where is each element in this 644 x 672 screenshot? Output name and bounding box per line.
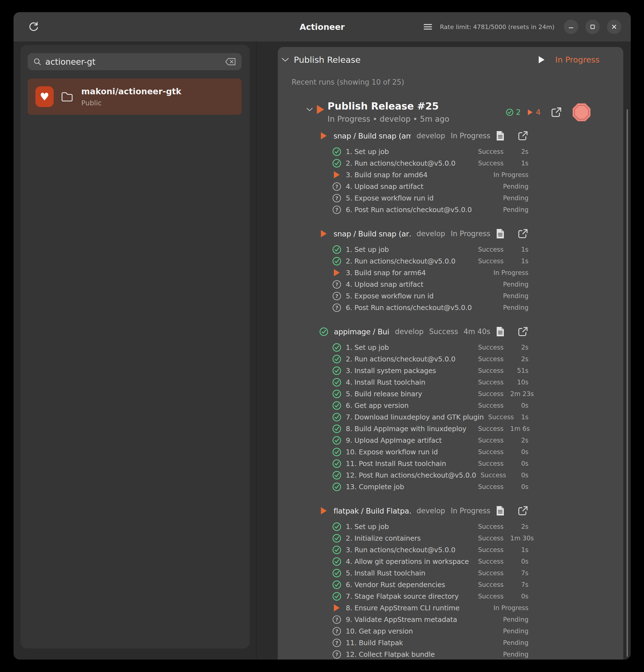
step-name: 10. Expose workflow run id xyxy=(346,448,438,456)
minimize-icon xyxy=(568,24,574,29)
in-progress-count-badge: 4 xyxy=(527,108,540,117)
open-run-external-button[interactable] xyxy=(550,107,562,118)
step-row: ? 4. Upload snap artifact Pending xyxy=(319,278,528,290)
step-status: Pending xyxy=(503,304,528,311)
step-row: 3. Build snap for arm64 In Progress xyxy=(319,267,528,278)
check-circle-icon xyxy=(332,545,341,554)
play-icon xyxy=(319,506,328,515)
check-circle-icon xyxy=(332,355,341,364)
workflow-header[interactable]: Publish Release In Progress xyxy=(278,53,623,66)
step-status: Success xyxy=(478,448,503,455)
step-row: 2. Run actions/checkout@v5.0.0 Success 1… xyxy=(319,255,528,267)
job-header[interactable]: snap / Build snap (ar… develop In Progre… xyxy=(319,227,528,240)
external-link-icon[interactable] xyxy=(518,130,528,141)
step-name: 4. Upload snap artifact xyxy=(346,280,423,288)
chevron-down-icon[interactable] xyxy=(281,57,289,62)
close-button[interactable] xyxy=(607,20,621,34)
step-status: Success xyxy=(478,483,503,490)
chevron-down-icon[interactable] xyxy=(306,107,313,112)
step-row: 1. Set up job Success 1s xyxy=(319,244,528,255)
log-file-icon[interactable] xyxy=(496,228,505,239)
search-input[interactable] xyxy=(45,57,221,67)
step-name: 2. Run actions/checkout@v5.0.0 xyxy=(346,159,455,167)
job-header[interactable]: snap / Build snap (am… develop In Progre… xyxy=(319,129,528,142)
run-workflow-button[interactable] xyxy=(538,55,545,64)
menu-button[interactable] xyxy=(423,23,433,31)
run-row[interactable]: Publish Release #25 In Progress • develo… xyxy=(306,101,592,124)
check-circle-icon xyxy=(332,580,341,589)
job-section: snap / Build snap (am… develop In Progre… xyxy=(319,129,528,215)
step-name: 3. Install system packages xyxy=(346,367,436,375)
step-row: ? 4. Upload snap artifact Pending xyxy=(319,181,528,192)
clear-search-button[interactable] xyxy=(225,58,236,66)
step-status: In Progress xyxy=(493,269,528,276)
step-name: 11. Post Install Rust toolchain xyxy=(346,460,446,468)
favorite-heart-icon[interactable]: ♥ xyxy=(35,86,53,107)
check-circle-icon xyxy=(332,159,341,168)
job-steps: 1. Set up job Success 2s 2. Run actions/… xyxy=(319,146,528,215)
step-status: Pending xyxy=(503,616,528,623)
maximize-button[interactable] xyxy=(585,20,600,34)
workflow-card: Publish Release In Progress Recent runs … xyxy=(278,47,623,660)
step-row: 9. Upload AppImage artifact Success 2s xyxy=(319,434,528,446)
folder-icon xyxy=(61,91,74,102)
step-status: Success xyxy=(478,437,503,444)
step-duration: 1m 30s xyxy=(510,535,528,542)
log-file-icon[interactable] xyxy=(496,326,505,337)
cancel-run-button[interactable] xyxy=(572,102,592,122)
step-name: 3. Build snap for arm64 xyxy=(346,269,426,277)
app-window: Actioneer Rate limit: 4781/5000 (resets … xyxy=(14,12,631,660)
log-file-icon[interactable] xyxy=(496,505,505,516)
play-icon xyxy=(315,104,325,115)
external-link-icon[interactable] xyxy=(518,228,528,239)
job-status: In Progress xyxy=(451,229,490,238)
step-name: 9. Validate AppStream metadata xyxy=(346,615,457,624)
external-link-icon[interactable] xyxy=(518,326,528,337)
step-status: Success xyxy=(481,471,506,479)
job-title: snap / Build snap (ar… xyxy=(333,229,411,238)
job-section: flatpak / Build Flatpa… develop In Progr… xyxy=(319,504,528,660)
step-name: 6. Get app version xyxy=(346,401,409,410)
step-name: 2. Run actions/checkout@v5.0.0 xyxy=(346,257,455,265)
step-name: 11. Build Flatpak xyxy=(346,639,403,647)
external-link-icon[interactable] xyxy=(518,505,528,516)
job-header[interactable]: appimage / Build… develop Success 4m 40s xyxy=(319,325,528,338)
refresh-button[interactable] xyxy=(26,19,41,35)
step-status: Success xyxy=(478,355,503,362)
check-circle-icon xyxy=(332,482,341,491)
step-status: Success xyxy=(478,367,503,374)
step-name: 1. Set up job xyxy=(346,523,389,531)
step-name: 2. Initialize containers xyxy=(346,534,421,542)
run-title: Publish Release #25 xyxy=(328,101,449,112)
repo-list-item[interactable]: ♥ makoni/actioneer-gtk Public xyxy=(28,79,242,115)
step-duration: 2m 23s xyxy=(510,390,528,397)
minimize-button[interactable] xyxy=(564,20,578,34)
step-status: Success xyxy=(478,257,503,265)
vertical-scrollbar[interactable] xyxy=(627,109,628,657)
job-steps: 1. Set up job Success 2s 2. Initialize c… xyxy=(319,521,528,660)
svg-text:?: ? xyxy=(335,304,338,310)
step-status: In Progress xyxy=(493,604,528,611)
run-subtitle: In Progress • develop • 5m ago xyxy=(328,115,449,124)
job-section: appimage / Build… develop Success 4m 40s… xyxy=(319,325,528,493)
job-branch: develop xyxy=(395,327,424,336)
step-duration: 0s xyxy=(510,558,528,565)
step-row: ? 6. Post Run actions/checkout@v5.0.0 Pe… xyxy=(319,204,528,215)
step-row: 7. Stage Flatpak source directory Succes… xyxy=(319,590,528,602)
step-status: Success xyxy=(478,569,503,577)
step-status: Success xyxy=(478,390,503,397)
step-name: 1. Set up job xyxy=(346,245,389,254)
step-row: ? 5. Expose workflow run id Pending xyxy=(319,290,528,302)
step-duration: 0s xyxy=(510,593,528,600)
step-row: 10. Expose workflow run id Success 0s xyxy=(319,446,528,458)
play-icon xyxy=(538,55,545,64)
check-circle-icon xyxy=(332,522,341,531)
workflow-name: Publish Release xyxy=(294,55,361,65)
step-row: 5. Install Rust toolchain Success 7s xyxy=(319,567,528,579)
job-title: snap / Build snap (am… xyxy=(333,132,411,140)
play-icon xyxy=(319,229,328,238)
step-status: Pending xyxy=(503,651,528,658)
job-header[interactable]: flatpak / Build Flatpa… develop In Progr… xyxy=(319,504,528,517)
log-file-icon[interactable] xyxy=(496,131,505,141)
job-branch: develop xyxy=(416,132,445,140)
